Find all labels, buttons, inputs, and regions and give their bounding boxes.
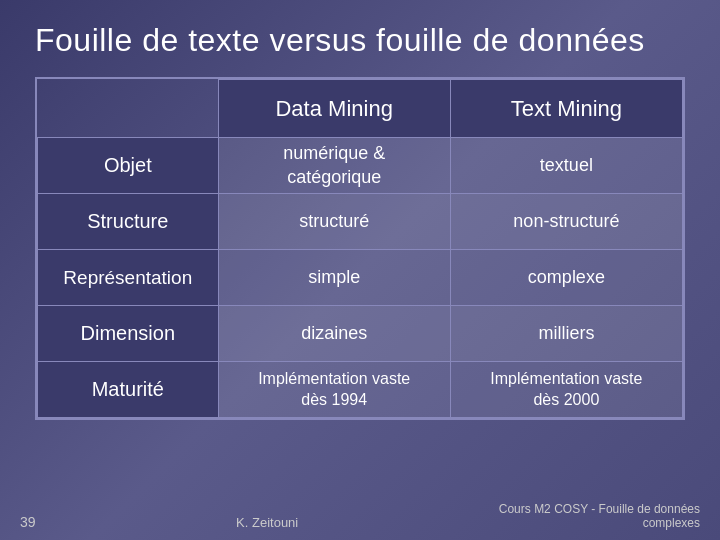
- row-data-structure-tm: non-structuré: [450, 194, 682, 250]
- table-row: Structure structuré non-structuré: [38, 194, 683, 250]
- table-header-row: Data Mining Text Mining: [38, 80, 683, 138]
- comparison-table: Data Mining Text Mining Objet numérique …: [35, 77, 685, 420]
- cell-text: Implémentation vastedès 2000: [490, 370, 642, 408]
- slide: Fouille de texte versus fouille de donné…: [0, 0, 720, 540]
- author: K. Zeitouni: [236, 515, 298, 530]
- row-data-dimension-tm: milliers: [450, 306, 682, 362]
- row-label-maturite: Maturité: [38, 362, 219, 418]
- cell-text: numérique &catégorique: [283, 143, 385, 186]
- row-data-representation-tm: complexe: [450, 250, 682, 306]
- row-label-structure: Structure: [38, 194, 219, 250]
- row-label-representation: Représentation: [38, 250, 219, 306]
- table-row: Représentation simple complexe: [38, 250, 683, 306]
- row-data-objet-tm: textuel: [450, 138, 682, 194]
- row-label-dimension: Dimension: [38, 306, 219, 362]
- table-row: Dimension dizaines milliers: [38, 306, 683, 362]
- row-label-objet: Objet: [38, 138, 219, 194]
- row-data-dimension-dm: dizaines: [218, 306, 450, 362]
- cell-text: Implémentation vastedès 1994: [258, 370, 410, 408]
- table-header-text-mining: Text Mining: [450, 80, 682, 138]
- table-row: Objet numérique &catégorique textuel: [38, 138, 683, 194]
- row-data-representation-dm: simple: [218, 250, 450, 306]
- course-info: Cours M2 COSY - Fouille de donnéescomple…: [499, 502, 700, 530]
- page-title: Fouille de texte versus fouille de donné…: [0, 0, 720, 77]
- course-text: Cours M2 COSY - Fouille de donnéescomple…: [499, 502, 700, 530]
- row-data-structure-dm: structuré: [218, 194, 450, 250]
- table-header-empty: [38, 80, 219, 138]
- row-data-maturite-dm: Implémentation vastedès 1994: [218, 362, 450, 418]
- table-header-data-mining: Data Mining: [218, 80, 450, 138]
- footer: 39 K. Zeitouni Cours M2 COSY - Fouille d…: [0, 502, 720, 530]
- row-data-objet-dm: numérique &catégorique: [218, 138, 450, 194]
- table-row: Maturité Implémentation vastedès 1994 Im…: [38, 362, 683, 418]
- page-number: 39: [20, 514, 36, 530]
- row-data-maturite-tm: Implémentation vastedès 2000: [450, 362, 682, 418]
